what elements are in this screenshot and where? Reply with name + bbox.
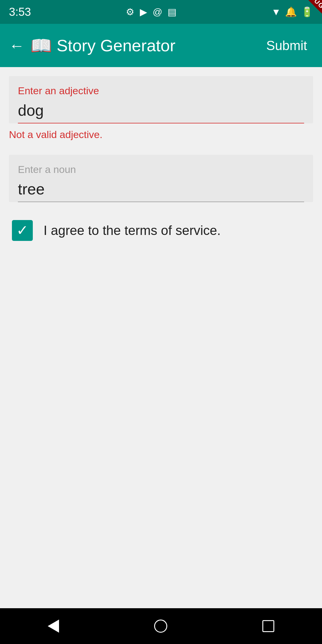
book-emoji-icon: 📖 — [30, 35, 52, 56]
adjective-label: Enter an adjective — [18, 85, 304, 97]
nav-recent-button[interactable] — [262, 620, 274, 632]
debug-banner: DEBUG — [289, 0, 322, 33]
recent-square-icon — [262, 620, 274, 632]
debug-banner-label: DEBUG — [296, 0, 322, 16]
status-time: 3:53 — [9, 6, 31, 18]
shield-icon: ▶ — [140, 6, 147, 18]
adjective-input[interactable] — [18, 101, 304, 123]
sim-icon: ▤ — [168, 6, 177, 18]
back-arrow-icon: ← — [9, 37, 24, 55]
adjective-input-card: Enter an adjective — [9, 76, 313, 123]
back-triangle-icon — [48, 620, 59, 633]
app-bar-title: 📖 Story Generator — [30, 35, 260, 56]
noun-input[interactable] — [18, 180, 304, 202]
noun-label: Enter a noun — [18, 164, 304, 175]
gear-icon: ⚙ — [126, 6, 134, 18]
submit-button[interactable]: Submit — [260, 35, 313, 56]
status-bar: 3:53 ⚙ ▶ @ ▤ ▼ 🔔 🔋 — [0, 0, 322, 24]
nav-home-button[interactable] — [154, 620, 167, 633]
main-content: Enter an adjective Not a valid adjective… — [0, 67, 322, 250]
noun-input-card: Enter a noun — [9, 155, 313, 202]
bottom-nav — [0, 608, 322, 644]
wifi-icon: ▼ — [271, 7, 281, 18]
nav-back-button[interactable] — [48, 620, 59, 633]
terms-checkbox[interactable]: ✓ — [12, 220, 33, 241]
terms-checkbox-area: ✓ I agree to the terms of service. — [0, 202, 322, 250]
terms-label: I agree to the terms of service. — [44, 223, 221, 238]
back-button[interactable]: ← — [9, 37, 24, 55]
app-title: Story Generator — [57, 36, 175, 55]
app-bar: ← 📖 Story Generator Submit — [0, 24, 322, 67]
adjective-error: Not a valid adjective. — [0, 123, 322, 146]
at-icon: @ — [153, 7, 162, 18]
checkmark-icon: ✓ — [16, 223, 28, 238]
status-icons: ⚙ ▶ @ ▤ — [126, 6, 177, 18]
home-circle-icon — [154, 620, 167, 633]
